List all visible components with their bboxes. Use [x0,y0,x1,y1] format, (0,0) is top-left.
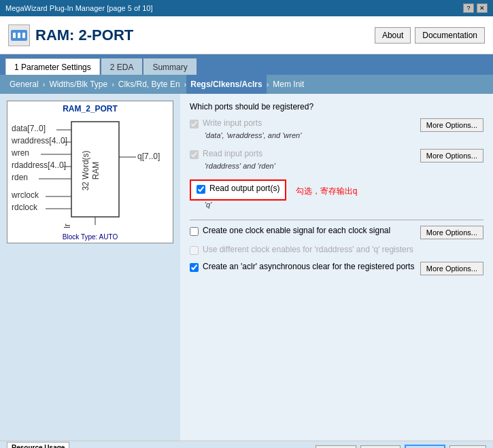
async-more-options-button[interactable]: More Options... [420,262,483,275]
about-button[interactable]: About [375,27,411,44]
clock-enable-label: Create one clock enable signal for each … [203,226,390,235]
help-button[interactable]: ? [463,3,474,13]
write-input-subtext: 'data', 'wraddress', and 'wren' [205,131,415,139]
read-output-left: Read output port(s) 勾选，寄存输出q 'q' [190,179,357,213]
back-button[interactable]: < Back [360,445,401,449]
breadcrumb-clks[interactable]: Clks/Rd, Byte En [114,75,184,94]
diagram-title: RAM_2_PORT [10,104,170,114]
svg-text:q[7..0]: q[7..0] [137,152,160,161]
svg-text:aclr: aclr [63,224,72,228]
resource-title: Resource Usage [12,444,65,449]
ram-icon [8,24,30,46]
section-title: Which ports should be registered? [190,102,483,111]
resource-usage-box: Resource Usage 1 M9K [7,442,69,449]
tab-eda-label: 2 EDA [110,63,134,72]
read-output-subtext: 'q' [205,201,357,209]
read-output-checkbox-row: Read output port(s) [197,184,279,194]
bottom-buttons: Cancel < Back Next > Finish [316,445,486,449]
header-title: RAM: 2-PORT [8,24,133,46]
breadcrumb-widths[interactable]: Widths/Blk Type [45,75,112,94]
read-input-left: Read input ports 'rdaddress' and 'rden' [190,149,415,174]
read-output-checkbox[interactable] [197,185,205,194]
header: RAM: 2-PORT About Documentation [0,16,493,54]
right-panel: Which ports should be registered? Write … [180,94,493,441]
read-input-ports-group: Read input ports 'rdaddress' and 'rden' … [190,149,483,174]
left-panel: RAM_2_PORT data[7..0] wraddress[4..0] wr… [0,94,180,441]
svg-text:rdaddress[4..0]: rdaddress[4..0] [12,160,66,170]
ram-diagram-svg: data[7..0] wraddress[4..0] wren rdaddres… [10,116,167,228]
async-clear-label: Create an 'aclr' asynchronous clear for … [203,262,414,271]
read-input-label: Read input ports [203,149,262,158]
read-input-checkbox[interactable] [190,150,199,159]
read-output-label: Read output port(s) [209,184,279,193]
svg-text:RAM: RAM [91,162,101,180]
title-bar-text: MegaWizard Plug-In Manager [page 5 of 10… [5,4,152,12]
write-input-label: Write input ports [203,118,262,128]
tabs-bar: 1 Parameter Settings 2 EDA Summary [0,54,493,75]
cancel-button[interactable]: Cancel [316,445,356,449]
svg-text:wren: wren [11,148,29,158]
svg-text:rdclock: rdclock [12,203,38,212]
breadcrumb-nav: General › Widths/Blk Type › Clks/Rd, Byt… [0,75,493,94]
async-clear-left: Create an 'aclr' asynchronous clear for … [190,262,415,275]
tab-summary-label: Summary [152,63,187,72]
async-clear-group: Create an 'aclr' asynchronous clear for … [190,262,483,275]
write-input-checkbox-row: Write input ports [190,118,415,128]
tab-param-label: 1 Parameter Settings [14,63,91,72]
clock-enable-checkbox[interactable] [190,227,199,236]
write-input-ports-group: Write input ports 'data', 'wraddress', a… [190,118,483,143]
diff-clk-checkbox[interactable] [190,246,199,255]
separator-1 [190,220,483,220]
svg-text:wraddress[4..0]: wraddress[4..0] [11,136,67,145]
async-clear-checkbox[interactable] [190,263,199,272]
diagram-box: RAM_2_PORT data[7..0] wraddress[4..0] wr… [7,101,173,243]
clock-enable-left: Create one clock enable signal for each … [190,226,415,239]
page-title: RAM: 2-PORT [35,27,133,44]
documentation-button[interactable]: Documentation [415,27,485,44]
clock-more-options-button[interactable]: More Options... [420,226,483,239]
next-button[interactable]: Next > [405,445,445,449]
read-output-ports-group: Read output port(s) 勾选，寄存输出q 'q' [190,179,483,213]
svg-rect-1 [13,33,16,38]
read-input-subtext: 'rdaddress' and 'rden' [205,162,415,170]
svg-text:wrclock: wrclock [11,190,39,200]
svg-text:32 Word(s): 32 Word(s) [81,150,90,190]
block-type-label: Block Type: AUTO [10,233,170,241]
close-button[interactable]: ✕ [477,3,488,13]
write-input-checkbox[interactable] [190,120,199,128]
read-input-checkbox-row: Read input ports [190,149,415,159]
breadcrumb-mem[interactable]: Mem Init [269,75,308,94]
svg-rect-3 [22,33,25,38]
svg-text:data[7..0]: data[7..0] [12,124,46,133]
svg-rect-2 [18,33,20,38]
tab-parameter-settings[interactable]: 1 Parameter Settings [5,58,100,75]
svg-text:rden: rden [12,173,28,182]
bottom-bar: Resource Usage 1 M9K Cancel < Back Next … [0,441,493,448]
read-more-options-button[interactable]: More Options... [420,149,483,162]
breadcrumb-regs[interactable]: Regs/Clkens/Aclrs [186,75,266,94]
write-more-options-button[interactable]: More Options... [420,118,483,132]
tab-summary[interactable]: Summary [143,58,196,75]
breadcrumb-general[interactable]: General [5,75,43,94]
annotation-text: 勾选，寄存输出q [296,186,358,196]
header-buttons: About Documentation [375,27,485,44]
async-clear-checkbox-row: Create an 'aclr' asynchronous clear for … [190,262,415,272]
read-output-highlighted-box: Read output port(s) [190,179,286,201]
tab-eda[interactable]: 2 EDA [101,58,143,75]
diff-clk-checkbox-row: Use different clock enables for 'rdaddre… [190,245,483,255]
title-bar-controls: ? ✕ [463,3,488,13]
diff-clk-label: Use different clock enables for 'rdaddre… [203,245,413,254]
clock-enable-group: Create one clock enable signal for each … [190,226,483,239]
finish-button[interactable]: Finish [449,445,486,449]
clock-enable-checkbox-row: Create one clock enable signal for each … [190,226,415,236]
title-bar: MegaWizard Plug-In Manager [page 5 of 10… [0,0,493,16]
main-content: RAM_2_PORT data[7..0] wraddress[4..0] wr… [0,94,493,441]
write-input-left: Write input ports 'data', 'wraddress', a… [190,118,415,143]
